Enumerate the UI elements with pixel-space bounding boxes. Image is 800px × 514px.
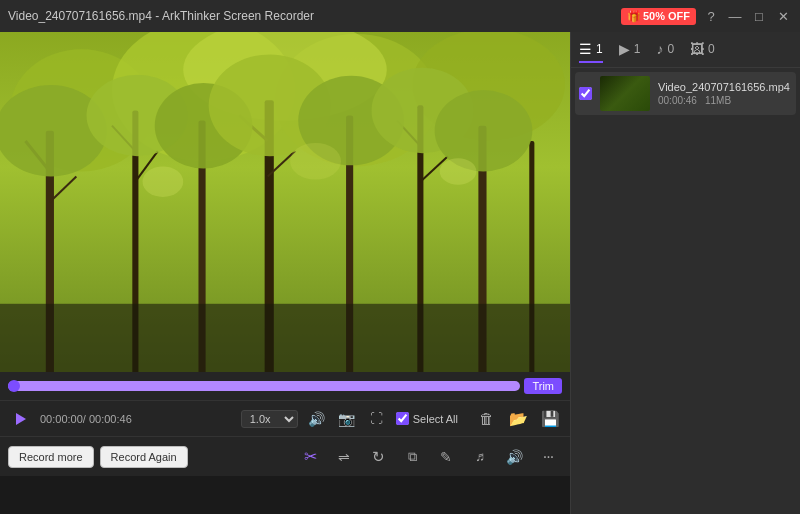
select-all-checkbox[interactable]	[396, 412, 409, 425]
bottom-toolbar: Record more Record Again ✂ ⇌ ↻ ⧉ ✎ ♬ 🔊 ·…	[0, 436, 570, 476]
media-duration: 00:00:46	[658, 95, 697, 106]
svg-point-28	[435, 90, 533, 171]
right-panel: ☰ 1 ▶ 1 ♪ 0 🖼 0	[570, 32, 800, 514]
title-bar: Video_240707161656.mp4 - ArkThinker Scre…	[0, 0, 800, 32]
audio-mix-icon[interactable]: ♬	[466, 443, 494, 471]
tree-layer	[0, 32, 570, 372]
play-button[interactable]	[8, 407, 32, 431]
list-tab-count: 1	[596, 42, 603, 56]
volume-icon[interactable]: 🔊	[306, 408, 328, 430]
rotate-icon[interactable]: ↻	[364, 443, 392, 471]
help-button[interactable]: ?	[702, 7, 720, 25]
media-size: 11MB	[705, 95, 731, 106]
more-options-icon[interactable]: ···	[534, 443, 562, 471]
cut-icon[interactable]: ✂	[296, 443, 324, 471]
timeline-track[interactable]	[8, 381, 520, 391]
timeline-handle[interactable]	[8, 380, 20, 392]
save-icon[interactable]: 💾	[538, 407, 562, 431]
media-thumb-inner	[600, 76, 650, 111]
video-thumbnail	[0, 32, 570, 372]
title-bar-right: 🎁 50% OFF ? — □ ✕	[621, 7, 792, 25]
close-button[interactable]: ✕	[774, 7, 792, 25]
panel-list: Video_240707161656.mp4 00:00:46 11MB	[571, 68, 800, 514]
promo-label: 50% OFF	[643, 10, 690, 22]
select-all-label[interactable]: Select All	[413, 413, 458, 425]
media-name: Video_240707161656.mp4	[658, 81, 792, 93]
video-tab-icon: ▶	[619, 41, 630, 57]
panel-tabs: ☰ 1 ▶ 1 ♪ 0 🖼 0	[571, 32, 800, 68]
folder-icon[interactable]: 📂	[506, 407, 530, 431]
promo-icon: 🎁	[627, 10, 641, 23]
timeline-bar: Trim	[0, 372, 570, 400]
tab-list[interactable]: ☰ 1	[579, 37, 603, 63]
video-section: Trim 00:00:00/ 00:00:46 0.5x 0.75x 1.0x …	[0, 32, 570, 514]
volume-adjust-icon[interactable]: 🔊	[500, 443, 528, 471]
svg-point-32	[440, 158, 477, 184]
media-thumbnail	[600, 76, 650, 111]
minimize-button[interactable]: —	[726, 7, 744, 25]
split-icon[interactable]: ⇌	[330, 443, 358, 471]
record-more-button[interactable]: Record more	[8, 446, 94, 468]
time-display: 00:00:00/ 00:00:46	[40, 413, 132, 425]
video-player[interactable]	[0, 32, 570, 372]
playback-controls: 00:00:00/ 00:00:46 0.5x 0.75x 1.0x 1.25x…	[0, 400, 570, 436]
promo-badge[interactable]: 🎁 50% OFF	[621, 8, 696, 25]
screenshot-icon[interactable]: 📷	[336, 408, 358, 430]
audio-tab-icon: ♪	[656, 41, 663, 57]
maximize-button[interactable]: □	[750, 7, 768, 25]
svg-marker-33	[16, 413, 26, 425]
record-again-button[interactable]: Record Again	[100, 446, 188, 468]
image-tab-icon: 🖼	[690, 41, 704, 57]
edit-icon[interactable]: ✎	[432, 443, 460, 471]
svg-rect-29	[0, 304, 570, 372]
media-meta: 00:00:46 11MB	[658, 95, 792, 106]
tab-video[interactable]: ▶ 1	[619, 37, 641, 63]
list-item[interactable]: Video_240707161656.mp4 00:00:46 11MB	[575, 72, 796, 115]
delete-icon[interactable]: 🗑	[474, 407, 498, 431]
media-checkbox[interactable]	[579, 87, 592, 100]
svg-point-30	[143, 166, 184, 197]
image-tab-count: 0	[708, 42, 715, 56]
fullscreen-icon[interactable]: ⛶	[366, 408, 388, 430]
select-all-area: Select All	[396, 412, 458, 425]
svg-point-31	[290, 143, 341, 180]
media-info: Video_240707161656.mp4 00:00:46 11MB	[658, 81, 792, 106]
audio-tab-count: 0	[667, 42, 674, 56]
speed-select[interactable]: 0.5x 0.75x 1.0x 1.25x 1.5x 2.0x	[241, 410, 298, 428]
window-title: Video_240707161656.mp4 - ArkThinker Scre…	[8, 9, 314, 23]
duplicate-icon[interactable]: ⧉	[398, 443, 426, 471]
list-tab-icon: ☰	[579, 41, 592, 57]
video-tab-count: 1	[634, 42, 641, 56]
tab-audio[interactable]: ♪ 0	[656, 37, 674, 63]
title-bar-left: Video_240707161656.mp4 - ArkThinker Scre…	[8, 9, 314, 23]
main-content: Trim 00:00:00/ 00:00:46 0.5x 0.75x 1.0x …	[0, 32, 800, 514]
trim-button[interactable]: Trim	[524, 378, 562, 394]
tab-image[interactable]: 🖼 0	[690, 37, 715, 63]
